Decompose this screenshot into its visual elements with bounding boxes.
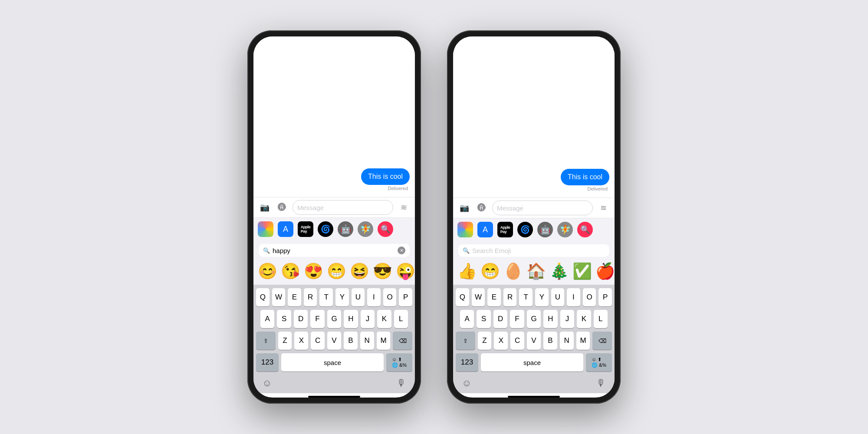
key-O-left[interactable]: O <box>383 288 397 306</box>
mic-icon-right[interactable]: 🎙 <box>596 378 606 389</box>
message-input-left[interactable]: Message <box>293 200 393 215</box>
key-H-left[interactable]: H <box>344 310 358 328</box>
key-U-right[interactable]: U <box>551 288 565 306</box>
emoji-result-4-right[interactable]: 🏠 <box>526 261 547 281</box>
globe-app-icon-right[interactable]: 🔍 <box>577 222 593 237</box>
key-V-right[interactable]: V <box>527 332 541 350</box>
colorful-app-icon-left[interactable]: 🌀 <box>318 221 333 237</box>
key-C-right[interactable]: C <box>510 332 524 350</box>
key-T-left[interactable]: T <box>319 288 333 306</box>
key-shift-right[interactable]: ⇧ <box>456 332 475 350</box>
audio-button-right[interactable]: ≋ <box>596 201 610 215</box>
key-T-right[interactable]: T <box>519 288 533 306</box>
key-S-right[interactable]: S <box>477 310 490 328</box>
key-X-left[interactable]: X <box>294 332 308 350</box>
emoji-result-4-left[interactable]: 😁 <box>326 261 347 281</box>
key-Q-right[interactable]: Q <box>456 288 469 306</box>
audio-button-left[interactable]: ≋ <box>397 201 411 214</box>
key-Z-right[interactable]: Z <box>478 332 492 350</box>
key-shift-left[interactable]: ⇧ <box>256 332 276 350</box>
avatar2-app-icon-right[interactable]: 🧚 <box>557 222 573 237</box>
key-delete-right[interactable]: ⌫ <box>592 332 612 350</box>
emoji-result-1-right[interactable]: 👍 <box>457 261 478 281</box>
key-X-right[interactable]: X <box>494 332 508 350</box>
key-N-left[interactable]: N <box>360 332 374 350</box>
colorful-app-icon-right[interactable]: 🌀 <box>517 222 533 237</box>
key-J-left[interactable]: J <box>361 310 375 328</box>
appstore-button-right[interactable]: 🅐 <box>475 201 489 215</box>
emoji-result-5-left[interactable]: 😆 <box>349 261 370 281</box>
key-D-right[interactable]: D <box>493 310 507 328</box>
key-K-left[interactable]: K <box>377 310 391 328</box>
key-Y-right[interactable]: Y <box>535 288 549 306</box>
key-P-left[interactable]: P <box>399 288 412 306</box>
emoji-icon-left[interactable]: ☺ <box>262 378 272 389</box>
key-P-right[interactable]: P <box>598 288 612 306</box>
emoji-result-1-left[interactable]: 😊 <box>257 261 278 281</box>
camera-button-right[interactable]: 📷 <box>457 201 471 215</box>
key-G-right[interactable]: G <box>527 310 541 328</box>
emoji-search-bar-left[interactable]: 🔍 happy ✕ <box>259 244 410 257</box>
applepay-app-icon-right[interactable]: ApplePay <box>497 222 513 237</box>
key-W-left[interactable]: W <box>272 288 286 306</box>
key-M-right[interactable]: M <box>576 332 590 350</box>
key-N-right[interactable]: N <box>560 332 574 350</box>
emoji-result-3-left[interactable]: 😍 <box>303 261 324 281</box>
avatar1-app-icon-right[interactable]: 🤖 <box>537 222 553 237</box>
key-I-left[interactable]: I <box>367 288 381 306</box>
emoji-result-6-left[interactable]: 😎 <box>372 261 393 281</box>
key-G-left[interactable]: G <box>327 310 341 328</box>
key-space-left[interactable]: space <box>281 353 384 372</box>
key-E-left[interactable]: E <box>288 288 301 306</box>
key-A-left[interactable]: A <box>260 310 274 328</box>
emoji-result-2-right[interactable]: 😁 <box>480 261 501 281</box>
emoji-result-3-right[interactable]: 🥚 <box>503 261 524 281</box>
search-clear-button-left[interactable]: ✕ <box>398 247 405 254</box>
key-B-left[interactable]: B <box>344 332 358 350</box>
key-S-left[interactable]: S <box>277 310 291 328</box>
key-H-right[interactable]: H <box>543 310 557 328</box>
appstore-app-icon-left[interactable]: A <box>278 221 293 237</box>
appstore-button-left[interactable]: 🅐 <box>275 201 289 214</box>
key-V-left[interactable]: V <box>327 332 341 350</box>
key-delete-left[interactable]: ⌫ <box>393 332 412 350</box>
message-input-right[interactable]: Message <box>492 201 593 215</box>
emoji-result-5-right[interactable]: 🎄 <box>549 261 570 281</box>
photos-app-icon-left[interactable] <box>258 221 273 237</box>
key-L-right[interactable]: L <box>594 310 608 328</box>
emoji-result-7-right[interactable]: 🍎 <box>595 261 615 281</box>
mic-icon-left[interactable]: 🎙 <box>397 378 406 389</box>
emoji-icon-right[interactable]: ☺ <box>462 378 471 389</box>
photos-app-icon-right[interactable] <box>457 222 473 237</box>
appstore-app-icon-right[interactable]: A <box>477 222 493 237</box>
avatar2-app-icon-left[interactable]: 🧚 <box>358 221 373 237</box>
key-numbers-right[interactable]: 123 <box>456 353 478 372</box>
camera-button-left[interactable]: 📷 <box>258 201 272 214</box>
key-F-left[interactable]: F <box>310 310 324 328</box>
key-K-right[interactable]: K <box>577 310 591 328</box>
key-F-right[interactable]: F <box>510 310 524 328</box>
emoji-result-7-left[interactable]: 😜 <box>395 261 415 281</box>
key-numbers-left[interactable]: 123 <box>256 353 279 372</box>
emoji-search-bar-right[interactable]: 🔍 Search Emoji <box>458 244 609 257</box>
emoji-result-6-right[interactable]: ✅ <box>572 261 593 281</box>
key-emoji-left[interactable]: ☺ ⬆🌐 &% <box>386 353 412 372</box>
key-R-right[interactable]: R <box>503 288 517 306</box>
key-M-left[interactable]: M <box>377 332 391 350</box>
key-C-left[interactable]: C <box>311 332 325 350</box>
emoji-result-2-left[interactable]: 😘 <box>280 261 301 281</box>
key-L-left[interactable]: L <box>394 310 408 328</box>
applepay-app-icon-left[interactable]: ApplePay <box>298 221 313 237</box>
key-J-right[interactable]: J <box>560 310 574 328</box>
key-E-right[interactable]: E <box>487 288 501 306</box>
key-W-right[interactable]: W <box>472 288 485 306</box>
key-space-right[interactable]: space <box>481 353 583 372</box>
key-U-left[interactable]: U <box>352 288 365 306</box>
key-Q-left[interactable]: Q <box>256 288 270 306</box>
key-R-left[interactable]: R <box>304 288 317 306</box>
key-Z-left[interactable]: Z <box>278 332 292 350</box>
key-I-right[interactable]: I <box>567 288 580 306</box>
globe-app-icon-left[interactable]: 🔍 <box>378 221 393 237</box>
key-D-left[interactable]: D <box>294 310 308 328</box>
key-Y-left[interactable]: Y <box>335 288 349 306</box>
